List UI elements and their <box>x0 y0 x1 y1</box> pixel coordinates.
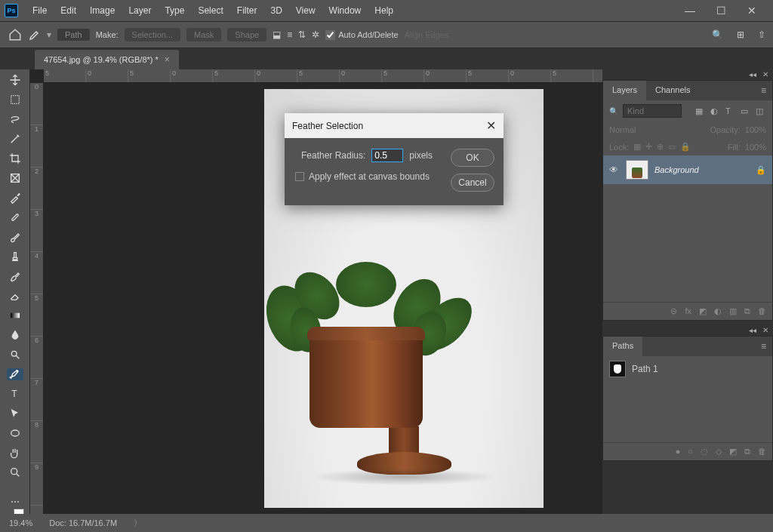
brush-tool[interactable] <box>7 231 23 243</box>
lock-move-icon[interactable]: ⊕ <box>657 142 664 152</box>
filter-shape-icon[interactable]: ▭ <box>741 106 751 116</box>
zoom-tool[interactable] <box>7 466 23 478</box>
move-tool[interactable] <box>7 74 23 86</box>
wand-tool[interactable] <box>7 133 23 145</box>
lock-position-icon[interactable]: ✛ <box>645 142 652 152</box>
menu-select[interactable]: Select <box>191 2 229 20</box>
lock-icon[interactable]: 🔒 <box>756 165 766 175</box>
doc-size[interactable]: Doc: 16.7M/16.7M <box>49 518 117 527</box>
marquee-tool[interactable] <box>7 94 23 106</box>
edit-toolbar-icon[interactable]: ⋯ <box>7 497 23 507</box>
menu-layer[interactable]: Layer <box>122 2 158 20</box>
home-icon[interactable] <box>8 28 23 42</box>
canvas-bounds-checkbox[interactable]: Apply effect at canvas bounds <box>294 171 440 182</box>
stamp-tool[interactable] <box>7 251 23 263</box>
fx-icon[interactable]: fx <box>685 306 691 316</box>
dialog-close-icon[interactable]: ✕ <box>486 118 496 133</box>
layer-filter-input[interactable] <box>623 104 682 118</box>
menu-view[interactable]: View <box>289 2 322 20</box>
blend-mode-dropdown[interactable]: Normal <box>609 125 685 134</box>
lock-pixels-icon[interactable]: ▦ <box>633 142 641 152</box>
menu-file[interactable]: File <box>26 2 54 20</box>
visibility-icon[interactable]: 👁 <box>609 165 620 175</box>
dodge-tool[interactable] <box>7 349 23 361</box>
menu-help[interactable]: Help <box>368 2 400 20</box>
layer-thumbnail[interactable] <box>626 160 648 180</box>
menu-edit[interactable]: Edit <box>54 2 83 20</box>
eraser-tool[interactable] <box>7 290 23 302</box>
selection-path-icon[interactable]: ◌ <box>701 447 708 457</box>
mask-button[interactable]: Mask <box>186 28 221 42</box>
path-mode-dropdown[interactable]: Path <box>57 29 90 41</box>
paths-tab[interactable]: Paths <box>603 337 642 356</box>
fill-value[interactable]: 100% <box>745 143 766 152</box>
feather-radius-input[interactable] <box>371 149 403 162</box>
type-tool[interactable]: T <box>7 388 23 400</box>
auto-add-checkbox[interactable]: Auto Add/Delete <box>325 30 399 40</box>
search-icon[interactable]: 🔍 <box>712 29 723 40</box>
blur-tool[interactable] <box>7 329 23 341</box>
close-tab-icon[interactable]: × <box>165 54 170 65</box>
gear-icon[interactable]: ✲ <box>312 29 319 40</box>
adjustment-icon[interactable]: ◐ <box>714 306 722 316</box>
delete-path-icon[interactable]: 🗑 <box>758 447 766 457</box>
close-panel-icon[interactable]: ✕ <box>762 326 768 335</box>
arrange-icon[interactable]: ⇅ <box>298 29 306 40</box>
shape-tool[interactable] <box>7 427 23 439</box>
collapse-icon[interactable]: ◂◂ <box>749 70 756 79</box>
window-maximize-icon[interactable]: ☐ <box>716 5 726 17</box>
document-tab[interactable]: 47654.jpg @ 19.4% (RGB/8*) * × <box>35 50 179 69</box>
path-op-icon[interactable]: ⬓ <box>273 29 281 40</box>
hand-tool[interactable] <box>7 447 23 459</box>
new-layer-icon[interactable]: ⧉ <box>744 306 750 316</box>
path-item[interactable]: Path 1 <box>603 356 772 382</box>
history-brush-tool[interactable] <box>7 270 23 282</box>
filter-pixel-icon[interactable]: ▦ <box>695 106 706 116</box>
filter-adjust-icon[interactable]: ◐ <box>710 106 721 116</box>
ok-button[interactable]: OK <box>451 149 494 167</box>
window-minimize-icon[interactable]: — <box>685 5 695 17</box>
layer-item-background[interactable]: 👁 Background 🔒 <box>603 155 772 184</box>
link-icon[interactable]: ⊝ <box>670 306 677 316</box>
mask-path-icon[interactable]: ◩ <box>729 447 737 457</box>
path-to-selection-icon[interactable]: ◇ <box>716 447 722 457</box>
menu-type[interactable]: Type <box>158 2 191 20</box>
window-close-icon[interactable]: ✕ <box>747 5 756 17</box>
stroke-path-icon[interactable]: ○ <box>688 447 693 457</box>
selection-button[interactable]: Selection... <box>125 28 180 42</box>
frame-tool[interactable] <box>7 172 23 184</box>
lock-all-icon[interactable]: 🔒 <box>680 142 691 152</box>
align-icon[interactable]: ≡ <box>287 29 292 40</box>
status-arrow-icon[interactable]: 〉 <box>134 518 142 529</box>
channels-tab[interactable]: Channels <box>646 81 699 100</box>
filter-smart-icon[interactable]: ◫ <box>756 106 766 116</box>
layers-tab[interactable]: Layers <box>603 81 646 100</box>
menu-filter[interactable]: Filter <box>230 2 264 20</box>
mask-icon[interactable]: ◩ <box>699 306 707 316</box>
path-select-tool[interactable] <box>7 407 23 420</box>
menu-image[interactable]: Image <box>83 2 122 20</box>
group-icon[interactable]: ▥ <box>729 306 737 316</box>
opacity-value[interactable]: 100% <box>745 125 766 134</box>
healing-tool[interactable] <box>7 211 23 223</box>
panel-menu-icon[interactable]: ≡ <box>755 81 772 100</box>
pen-tool[interactable] <box>7 368 23 380</box>
crop-tool[interactable] <box>7 152 23 165</box>
menu-window[interactable]: Window <box>322 2 368 20</box>
zoom-level[interactable]: 19.4% <box>9 518 32 527</box>
lock-artboard-icon[interactable]: ▭ <box>668 142 676 152</box>
path-thumbnail[interactable] <box>609 361 626 377</box>
collapse-icon[interactable]: ◂◂ <box>749 326 756 335</box>
new-path-icon[interactable]: ⧉ <box>744 447 750 457</box>
gradient-tool[interactable] <box>7 309 23 321</box>
cancel-button[interactable]: Cancel <box>451 174 494 192</box>
workspace-icon[interactable]: ⊞ <box>737 29 744 40</box>
shape-button[interactable]: Shape <box>227 28 266 42</box>
panel-menu-icon[interactable]: ≡ <box>755 337 772 356</box>
eyedropper-tool[interactable] <box>7 192 23 204</box>
lasso-tool[interactable] <box>7 113 23 125</box>
share-icon[interactable]: ⇧ <box>758 29 765 40</box>
pen-tool-icon[interactable] <box>29 29 41 41</box>
filter-type-icon[interactable]: T <box>725 106 736 116</box>
close-panel-icon[interactable]: ✕ <box>762 70 768 79</box>
